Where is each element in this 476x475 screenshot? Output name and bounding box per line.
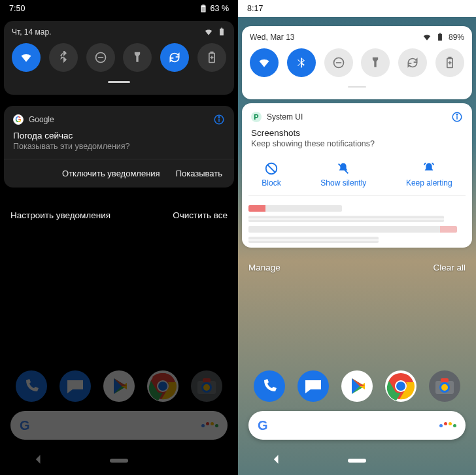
wifi-status-icon [204,27,213,37]
notification-app-name: System UI [267,112,303,122]
back-button[interactable] [270,453,283,468]
battery-status-icon [217,27,226,37]
notification-title: Погода сейчас [13,131,225,140]
phone-app-icon[interactable] [16,370,47,402]
qs-bluetooth-toggle[interactable] [49,43,78,72]
svg-rect-3 [220,29,224,36]
keep-alerting-button[interactable]: Keep alerting [406,161,452,188]
status-bar: 8:17 [238,0,476,17]
svg-point-24 [203,384,210,391]
svg-rect-8 [211,52,212,54]
search-bar[interactable]: G [248,411,466,440]
qs-autorotate-toggle[interactable] [160,43,189,72]
dock [238,370,476,402]
battery-icon [199,4,208,13]
clear-all-link[interactable]: Очистить все [173,210,228,220]
status-bar: 7:50 63 % [0,0,238,17]
camera-app-icon[interactable] [191,370,222,402]
svg-rect-26 [438,34,442,41]
notification-body: Keep showing these notifications? [251,139,463,148]
svg-point-46 [396,382,405,391]
battery-text: 89% [449,33,464,42]
assistant-icon[interactable] [439,424,456,427]
messages-app-icon[interactable] [60,370,91,402]
assistant-icon[interactable] [201,424,218,427]
qs-flashlight-toggle[interactable] [123,43,152,72]
play-store-app-icon[interactable] [341,370,373,402]
qs-date: Wed, Mar 13 [250,33,294,42]
battery-text: 63 % [211,4,230,13]
chrome-app-icon[interactable] [385,370,416,402]
qs-expand-handle[interactable] [108,81,130,83]
svg-rect-31 [449,57,450,59]
alert-label: Keep alerting [406,178,452,188]
svg-point-13 [218,117,220,118]
secondary-notification[interactable] [248,195,466,241]
notification-title: Screenshots [251,128,463,138]
silent-icon [336,161,350,176]
svg-point-20 [158,382,167,391]
alert-icon [422,161,436,176]
qs-battery-saver-toggle[interactable] [435,48,464,77]
notification-body: Показывать эти уведомления? [13,142,225,151]
manage-notifications-link[interactable]: Manage [248,263,280,272]
block-button[interactable]: Block [262,161,280,188]
back-button[interactable] [32,453,45,468]
phone-app-icon[interactable] [254,370,285,402]
svg-rect-25 [203,378,211,382]
navigation-bar [238,446,476,475]
google-logo-icon: G [20,418,30,433]
qs-wifi-toggle[interactable] [250,48,279,77]
block-notifications-button[interactable]: Отключить уведомления [62,169,160,178]
block-icon [264,161,279,176]
clock: 7:50 [9,4,25,13]
chrome-app-icon[interactable] [147,370,178,402]
svg-rect-51 [441,378,449,382]
messages-app-icon[interactable] [298,370,329,402]
qs-wifi-toggle[interactable] [12,43,41,72]
svg-rect-4 [221,28,222,29]
qs-expand-handle[interactable] [348,86,366,88]
wifi-status-icon [422,33,432,42]
qs-autorotate-toggle[interactable] [398,48,427,77]
search-bar[interactable]: G [10,411,228,440]
camera-app-icon[interactable] [429,370,460,402]
qs-dnd-toggle[interactable] [324,48,353,77]
svg-rect-2 [201,7,205,12]
silent-label: Show silently [320,178,366,188]
info-icon[interactable] [451,111,463,123]
home-button[interactable] [348,459,366,463]
svg-point-40 [254,370,285,402]
notification-app-name: Google [29,115,54,124]
show-silently-button[interactable]: Show silently [320,161,366,188]
play-store-app-icon[interactable] [103,370,135,402]
svg-rect-1 [202,5,205,5]
clock: 8:17 [247,4,263,13]
svg-line-38 [267,165,275,172]
quick-settings-panel: Чт, 14 мар. [4,21,234,95]
svg-point-14 [16,370,47,402]
qs-flashlight-toggle[interactable] [361,48,390,77]
home-button[interactable] [110,459,128,463]
clear-all-link[interactable]: Clear all [433,263,466,272]
quick-settings-panel: Wed, Mar 13 89% [242,26,472,99]
qs-date: Чт, 14 мар. [12,27,51,37]
battery-status-icon [435,33,445,42]
svg-rect-27 [439,33,441,34]
system-ui-app-icon: P [251,112,262,122]
google-logo-icon: G [258,418,268,433]
manage-notifications-link[interactable]: Настроить уведомления [10,210,110,220]
block-label: Block [262,178,280,188]
qs-battery-saver-toggle[interactable] [197,43,226,72]
dock [0,370,238,402]
notification-card[interactable]: G Google Погода сейчас Показывать эти ув… [4,106,234,188]
svg-point-50 [441,384,448,391]
notification-card[interactable]: P System UI Screenshots Keep showing the… [242,103,472,248]
svg-point-36 [456,114,458,116]
navigation-bar [0,446,238,475]
info-icon[interactable] [213,114,225,125]
google-app-icon: G [13,114,24,125]
show-notifications-button[interactable]: Показывать [176,169,222,178]
qs-dnd-toggle[interactable] [86,43,115,72]
qs-bluetooth-toggle[interactable] [287,48,316,77]
